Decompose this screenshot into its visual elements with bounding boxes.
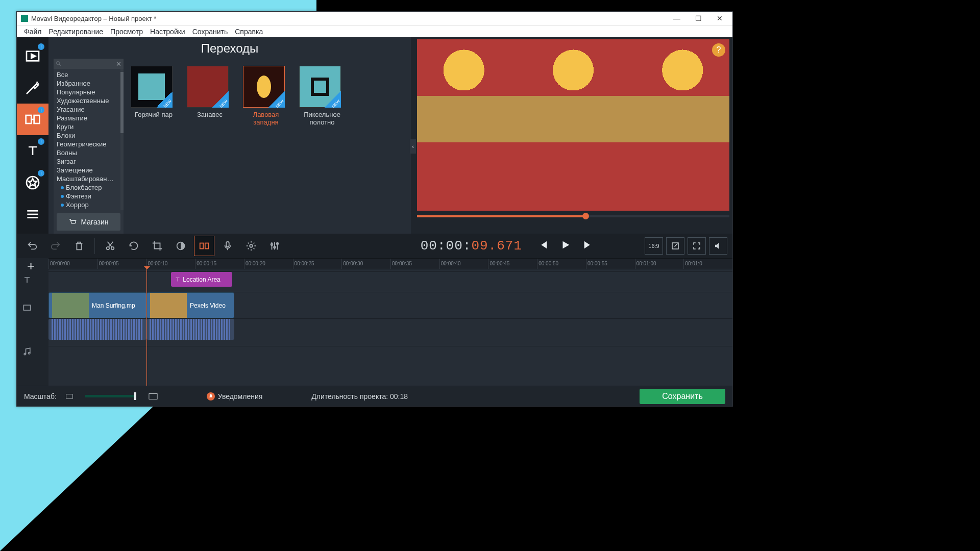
tracks-area[interactable]: Location Area Man Surfing.mp Pexels Vide… (48, 269, 732, 386)
settings-button[interactable] (241, 236, 261, 256)
rotate-button[interactable] (124, 236, 144, 256)
category-item[interactable]: Угасание (57, 105, 120, 114)
collapse-browser[interactable]: ‹ (410, 139, 416, 154)
category-search[interactable]: ✕ (54, 59, 124, 69)
gutter-video-track[interactable] (22, 300, 43, 315)
equalizer-button[interactable] (264, 236, 285, 256)
gutter-text-track[interactable] (22, 272, 43, 288)
preview-seekbar[interactable] (417, 213, 729, 220)
svg-marker-5 (29, 179, 37, 186)
crop-button[interactable] (147, 236, 167, 256)
mute-button[interactable] (709, 237, 727, 255)
category-item[interactable]: Избранное (57, 79, 120, 88)
sidebar-titles[interactable]: ! (17, 135, 48, 167)
svg-marker-1 (31, 54, 35, 58)
music-track[interactable] (48, 346, 732, 362)
audio-track[interactable] (48, 318, 732, 340)
menu-view[interactable]: Просмотр (110, 28, 143, 36)
detach-preview-button[interactable] (666, 237, 684, 255)
audio-clip-2[interactable] (146, 319, 234, 340)
shop-label: Магазин (81, 218, 108, 226)
delete-button[interactable] (69, 236, 89, 256)
category-item[interactable]: Популярные (57, 88, 120, 96)
title-icon (174, 276, 181, 283)
close-button[interactable]: ✕ (709, 12, 730, 25)
category-item[interactable]: Размытие (57, 114, 120, 122)
menu-file[interactable]: Файл (24, 28, 41, 36)
sidebar-stickers[interactable]: ! (17, 167, 48, 198)
sidebar-more[interactable] (17, 198, 48, 230)
category-item[interactable]: Художественные (57, 96, 120, 105)
video-clip-2[interactable]: Pexels Video (146, 292, 234, 318)
category-item[interactable]: Блоки (57, 131, 120, 140)
prev-button[interactable] (537, 239, 549, 253)
transition-item[interactable]: Горячий пар (131, 66, 177, 227)
menu-help[interactable]: Справка (235, 28, 263, 36)
category-item[interactable]: Фэнтези (57, 192, 120, 201)
sidebar-media[interactable]: ! (17, 40, 48, 72)
category-item[interactable]: Хоррор (57, 201, 120, 209)
category-item[interactable]: Замещение (57, 166, 120, 174)
transition-tool-button[interactable] (194, 236, 214, 256)
ruler-tick: 00:00:55 (586, 259, 635, 269)
category-item[interactable]: Масштабирован… (57, 174, 120, 183)
mid-toolbar: 00:00:09.671 16:9 (17, 234, 732, 258)
category-item[interactable]: Все (57, 70, 120, 79)
undo-button[interactable] (22, 236, 42, 256)
redo-button[interactable] (45, 236, 66, 256)
next-button[interactable] (582, 239, 594, 253)
playhead[interactable] (146, 269, 147, 386)
timecode-hl: 09.671 (471, 238, 522, 254)
preview-canvas[interactable]: ? (417, 39, 729, 211)
sidebar-transitions[interactable]: ! (17, 104, 48, 135)
video-clip-1[interactable]: Man Surfing.mp (48, 292, 146, 318)
video-track[interactable]: Man Surfing.mp Pexels Video (48, 292, 732, 318)
audio-clip-1[interactable] (48, 319, 146, 340)
category-item[interactable]: Блокбастер (57, 183, 120, 192)
minimize-button[interactable]: — (666, 12, 688, 25)
transition-item-selected[interactable]: Лавовая западня (243, 66, 289, 227)
save-button[interactable]: Сохранить (640, 389, 725, 404)
transition-item[interactable]: Пиксельное полотно (299, 66, 345, 227)
help-button[interactable]: ? (712, 43, 725, 57)
preview-pane: ? (411, 37, 732, 234)
play-button[interactable] (560, 239, 571, 253)
svg-rect-15 (205, 243, 208, 249)
gutter-music-track[interactable] (22, 344, 43, 359)
menu-settings[interactable]: Настройки (150, 28, 185, 36)
category-item[interactable]: Волны (57, 148, 120, 157)
notifications[interactable]: Уведомления (207, 392, 263, 400)
category-item[interactable]: Геометрические (57, 140, 120, 148)
color-button[interactable] (170, 236, 191, 256)
fullscreen-button[interactable] (688, 237, 706, 255)
text-track[interactable]: Location Area (48, 271, 732, 287)
add-track-button[interactable]: + (22, 258, 43, 273)
preview-art (417, 39, 729, 211)
sidebar-effects[interactable] (17, 72, 48, 104)
seek-fill (417, 215, 585, 217)
cut-button[interactable] (100, 236, 120, 256)
transition-item[interactable]: Занавес (187, 66, 233, 227)
timeline-ruler[interactable]: 00:00:00 00:00:05 00:00:10 00:00:15 00:0… (48, 258, 732, 269)
category-item[interactable]: Зигзаг (57, 157, 120, 166)
window-title: Movavi Видеоредактор – Новый проект * (31, 15, 156, 22)
svg-rect-14 (200, 243, 203, 249)
maximize-button[interactable]: ☐ (688, 12, 709, 25)
record-voice-button[interactable] (217, 236, 238, 256)
clear-search-icon[interactable]: ✕ (116, 60, 121, 68)
transition-label: Пиксельное полотно (299, 111, 345, 126)
clip-label: Pexels Video (190, 302, 226, 309)
zoom-out-icon[interactable] (66, 393, 73, 399)
category-item[interactable]: Круги (57, 122, 120, 131)
text-clip[interactable]: Location Area (171, 272, 232, 287)
menu-save[interactable]: Сохранить (192, 28, 228, 36)
zoom-in-icon[interactable] (149, 393, 158, 400)
category-list[interactable]: Все Избранное Популярные Художественные … (54, 69, 124, 210)
category-scrollbar[interactable] (120, 69, 124, 210)
zoom-slider[interactable] (85, 395, 136, 397)
aspect-button[interactable]: 16:9 (645, 237, 663, 255)
transition-label: Горячий пар (131, 111, 177, 118)
menu-edit[interactable]: Редактирование (48, 28, 103, 36)
seek-thumb[interactable] (582, 213, 589, 219)
shop-button[interactable]: Магазин (57, 213, 120, 231)
